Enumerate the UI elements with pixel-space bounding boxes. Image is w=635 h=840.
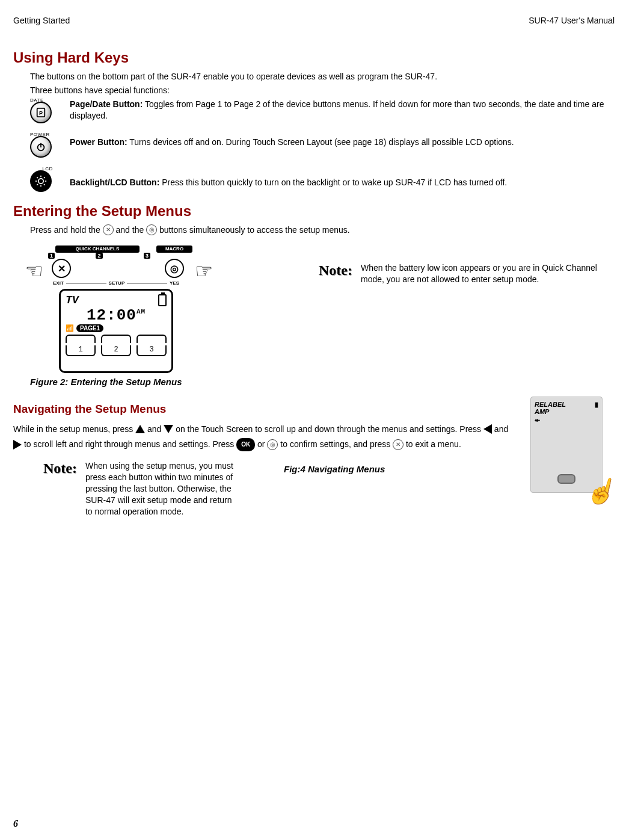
lcd-label: LCD (30, 166, 65, 171)
svg-line-12 (44, 177, 45, 178)
yes-icon: ◎ (146, 224, 157, 235)
yes-icon-inline: ◎ (267, 439, 278, 450)
softkey-top-3 (137, 335, 167, 343)
heading-entering-setup: Entering the Setup Menus (13, 203, 615, 220)
backlight-desc: Press this button quickly to turn on the… (159, 178, 507, 187)
exit-label: EXIT (53, 280, 64, 286)
svg-text:P: P (39, 110, 43, 116)
svg-point-4 (38, 179, 43, 184)
lcd-time: 12:00 (87, 306, 137, 324)
svg-line-9 (37, 177, 38, 178)
lcd-device-name: TV (66, 294, 79, 306)
header-left: Getting Started (13, 16, 70, 25)
battery-icon (158, 294, 167, 306)
svg-line-10 (44, 184, 45, 185)
note-icon: Note: (319, 262, 361, 279)
hardkeys-intro-1: The buttons on the bottom part of the SU… (30, 71, 615, 82)
heading-navigating: Navigating the Setup Menus (13, 403, 518, 416)
header-right: SUR-47 User's Manual (529, 16, 615, 25)
nav-lcd-line1: RELABEL (535, 401, 598, 408)
page-date-button-icon: P (30, 102, 52, 123)
exit-icon-inline: ✕ (393, 439, 403, 450)
entering-setup-intro: Press and hold the ✕ and the ◎ buttons s… (30, 224, 615, 236)
hand-left-icon: ☞ (25, 259, 43, 283)
nav-ok-button (557, 474, 575, 484)
page-badge: PAGE1 (76, 324, 103, 332)
hand-pointer-icon: ☝ (585, 477, 615, 505)
down-arrow-icon (164, 425, 173, 433)
quick-channels-bar: QUICK CHANNELS (55, 246, 140, 253)
hand-right-icon: ☞ (195, 259, 213, 283)
note-navigating: Note: When using the setup menus, you mu… (43, 460, 236, 517)
backlight-button-icon (30, 170, 52, 192)
figure-2-caption: Figure 2: Entering the Setup Menus (30, 377, 615, 387)
softkey-top-1 (66, 335, 96, 343)
exit-icon: ✕ (103, 224, 114, 235)
yes-button-diagram: ◎ (165, 259, 184, 278)
note-navigating-text: When using the setup menus, you must pre… (85, 460, 236, 517)
setup-label: SETUP (109, 280, 125, 286)
softkey-top-2 (101, 335, 131, 343)
figure-4-diagram: RELABEL AMP ↞ ▮ ☝ (530, 397, 603, 493)
nav-lcd-cursor: ↞ (535, 416, 598, 424)
quick-channel-numbers: 123 (48, 253, 150, 259)
power-button-icon (30, 136, 52, 158)
yes-label: YES (170, 280, 179, 286)
softkey-3: 3 (137, 345, 167, 356)
lcd-ampm: AM (137, 308, 146, 315)
macro-bar: MACRO (156, 246, 192, 253)
note-setup-text: When the battery low icon appears or you… (361, 262, 615, 285)
page-date-name: Page/Date Button: (70, 99, 143, 109)
nav-battery-icon: ▮ (595, 401, 598, 409)
power-name: Power Button: (70, 137, 127, 147)
note-icon-2: Note: (43, 460, 85, 477)
svg-line-11 (37, 184, 38, 185)
ok-pill-icon: OK (236, 438, 255, 451)
backlight-name: Backlight/LCD Button: (70, 178, 159, 187)
note-setup-mode: Note: When the battery low icon appears … (319, 262, 615, 285)
figure-4-caption: Fig:4 Navigating Menus (284, 464, 518, 474)
left-arrow-icon (483, 424, 492, 434)
power-desc: Turns devices off and on. During Touch S… (127, 137, 514, 147)
figure-2-diagram: QUICK CHANNELS 123 MACRO ☞ ✕ ◎ ☞ EXIT SE… (30, 246, 210, 373)
power-label: POWER (30, 132, 65, 137)
up-arrow-icon (135, 425, 145, 433)
page-number: 6 (13, 818, 18, 829)
nav-lcd-line2: AMP (535, 408, 598, 415)
right-arrow-icon (13, 440, 22, 449)
page-date-desc: Toggles from Page 1 to Page 2 of the dev… (70, 99, 604, 120)
softkey-2: 2 (101, 345, 131, 356)
hardkeys-intro-2: Three buttons have special functions: (30, 85, 615, 96)
signal-icon: 📶 (66, 324, 74, 332)
navigating-paragraph: While in the setup menus, press and on t… (13, 422, 518, 452)
heading-using-hard-keys: Using Hard Keys (13, 49, 615, 66)
lcd-screen-figure: TV 12:00AM 📶 PAGE1 (59, 289, 173, 373)
exit-button-diagram: ✕ (52, 259, 71, 278)
page-date-label: DATE (30, 97, 65, 103)
softkey-1: 1 (66, 345, 96, 356)
